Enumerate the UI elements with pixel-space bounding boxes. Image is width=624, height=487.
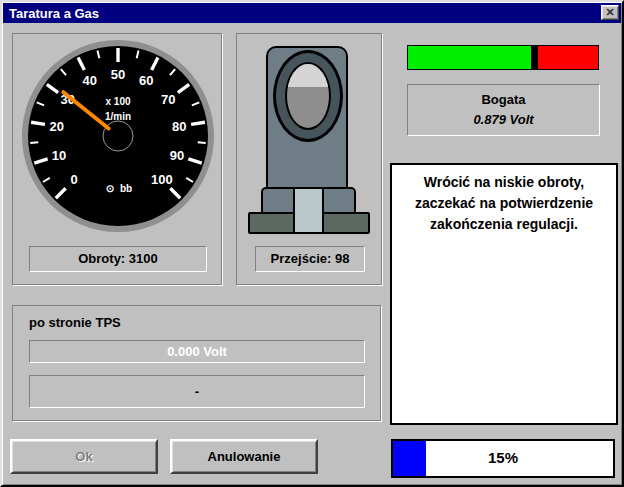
svg-text:60: 60	[139, 73, 153, 88]
message-line: zakończenia regulacji.	[392, 214, 616, 235]
gauge-bb-label: bb	[120, 183, 132, 194]
svg-text:40: 40	[83, 73, 97, 88]
close-icon[interactable]: ✕	[601, 5, 619, 20]
mixture-indicator-bar	[407, 45, 599, 70]
svg-text:90: 90	[170, 148, 184, 163]
dialog-window: Taratura a Gas ✕ 0102030405060708090100 …	[0, 0, 624, 487]
mixture-red	[538, 46, 598, 69]
mixture-voltage: 0.879 Volt	[408, 112, 599, 127]
message-line: Wrócić na niskie obroty,	[392, 172, 616, 193]
throttle-bore	[273, 50, 343, 142]
tps-voltage-field: 0.000 Volt	[29, 340, 365, 363]
passage-readout: Przejście: 98	[255, 246, 365, 272]
rpm-gauge-panel: 0102030405060708090100 x 100 1/min ⊙ bb …	[12, 33, 222, 285]
message-line: zaczekać na potwierdzenie	[392, 193, 616, 214]
mixture-green	[408, 46, 531, 69]
svg-text:70: 70	[161, 92, 175, 107]
tps-secondary-field: -	[29, 375, 365, 408]
rpm-gauge: 0102030405060708090100 x 100 1/min ⊙ bb	[21, 39, 215, 233]
gauge-unit-rpm: 1/min	[105, 111, 131, 122]
svg-text:0: 0	[71, 172, 78, 187]
mixture-status: Bogata	[408, 92, 599, 107]
gauge-unit-multiplier: x 100	[105, 96, 130, 107]
throttle-stem	[293, 187, 324, 234]
ok-button[interactable]: Ok	[10, 439, 158, 474]
tps-group-title: po stronie TPS	[29, 315, 121, 330]
cancel-button[interactable]: Anulowanie	[170, 439, 318, 474]
mixture-status-box: Bogata 0.879 Volt	[407, 84, 600, 136]
throttle-plate	[285, 62, 331, 130]
svg-text:50: 50	[111, 67, 125, 82]
titlebar[interactable]: Taratura a Gas	[3, 3, 621, 23]
progress-label: 15%	[393, 441, 613, 476]
window-title: Taratura a Gas	[9, 6, 99, 21]
svg-text:100: 100	[151, 172, 173, 187]
gauge-bb-icon: ⊙	[106, 183, 114, 194]
throttle-panel: Przejście: 98	[236, 33, 382, 285]
rpm-readout: Obroty: 3100	[29, 246, 207, 272]
svg-text:20: 20	[50, 119, 64, 134]
progress-bar: 15%	[391, 439, 615, 478]
tps-group: po stronie TPS 0.000 Volt -	[12, 305, 381, 421]
mixture-marker	[531, 46, 539, 69]
instruction-message-box: Wrócić na niskie obroty, zaczekać na pot…	[390, 163, 618, 425]
svg-text:10: 10	[52, 148, 66, 163]
svg-text:80: 80	[172, 119, 186, 134]
